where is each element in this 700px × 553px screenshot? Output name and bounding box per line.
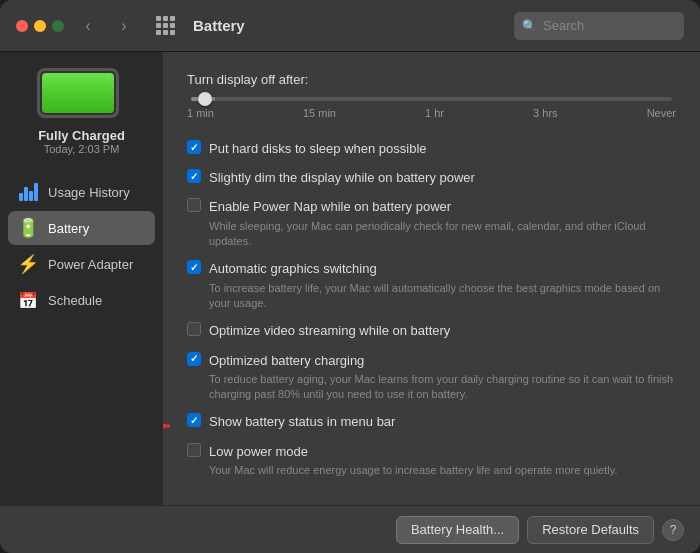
label-power-nap: Enable Power Nap while on battery power	[209, 199, 451, 214]
label-optimized-charging: Optimized battery charging	[209, 353, 364, 368]
option-auto-graphics: Automatic graphics switching To increase…	[187, 259, 676, 311]
battery-nav-icon: 🔋	[18, 218, 38, 238]
option-text-optimized-charging: Optimized battery charging To reduce bat…	[209, 351, 676, 403]
checkbox-show-battery[interactable]	[187, 413, 201, 427]
bottom-bar: Battery Health... Restore Defaults ?	[0, 505, 700, 553]
search-box[interactable]: 🔍 Search	[514, 12, 684, 40]
red-arrow-annotation	[163, 412, 180, 440]
sidebar-nav: Usage History 🔋 Battery ⚡ Power Adapter …	[0, 175, 163, 319]
sidebar: Fully Charged Today, 2:03 PM Usage Histo…	[0, 52, 163, 505]
slider-label: Turn display off after:	[187, 72, 676, 87]
desc-low-power: Your Mac will reduce energy usage to inc…	[209, 463, 676, 478]
option-text-low-power: Low power mode Your Mac will reduce ener…	[209, 442, 676, 479]
checkbox-power-nap[interactable]	[187, 198, 201, 212]
maximize-button[interactable]	[52, 20, 64, 32]
checkbox-optimized-charging[interactable]	[187, 352, 201, 366]
calendar-icon: 📅	[18, 290, 38, 310]
battery-fill	[42, 73, 114, 113]
titlebar: ‹ › Battery 🔍 Search	[0, 0, 700, 52]
right-panel: Turn display off after: 1 min 15 min 1 h…	[163, 52, 700, 505]
option-video-streaming: Optimize video streaming while on batter…	[187, 321, 676, 340]
slider-label-15min: 15 min	[303, 107, 336, 119]
sidebar-item-schedule[interactable]: 📅 Schedule	[8, 283, 155, 317]
battery-health-button[interactable]: Battery Health...	[396, 516, 519, 544]
red-arrow-svg	[163, 412, 180, 440]
desc-power-nap: While sleeping, your Mac can periodicall…	[209, 219, 676, 250]
label-hard-disks: Put hard disks to sleep when possible	[209, 141, 427, 156]
help-button[interactable]: ?	[662, 519, 684, 541]
sidebar-item-battery[interactable]: 🔋 Battery	[8, 211, 155, 245]
search-icon: 🔍	[522, 19, 537, 33]
option-text-power-nap: Enable Power Nap while on battery power …	[209, 197, 676, 249]
system-preferences-window: ‹ › Battery 🔍 Search Fully Charged Today…	[0, 0, 700, 553]
slider-container: Turn display off after: 1 min 15 min 1 h…	[187, 72, 676, 119]
close-button[interactable]	[16, 20, 28, 32]
option-hard-disks: Put hard disks to sleep when possible	[187, 139, 676, 158]
sidebar-item-usage-history[interactable]: Usage History	[8, 175, 155, 209]
schedule-label: Schedule	[48, 293, 102, 308]
checkbox-auto-graphics[interactable]	[187, 260, 201, 274]
slider-labels: 1 min 15 min 1 hr 3 hrs Never	[187, 107, 676, 119]
forward-button[interactable]: ›	[112, 14, 136, 38]
desc-auto-graphics: To increase battery life, your Mac will …	[209, 281, 676, 312]
option-low-power: Low power mode Your Mac will reduce ener…	[187, 442, 676, 479]
usage-history-label: Usage History	[48, 185, 130, 200]
desc-optimized-charging: To reduce battery aging, your Mac learns…	[209, 372, 676, 403]
slider-label-1hr: 1 hr	[425, 107, 444, 119]
minimize-button[interactable]	[34, 20, 46, 32]
option-text-auto-graphics: Automatic graphics switching To increase…	[209, 259, 676, 311]
search-placeholder: Search	[543, 18, 584, 33]
checkbox-dim-display[interactable]	[187, 169, 201, 183]
traffic-lights	[16, 20, 64, 32]
checkbox-low-power[interactable]	[187, 443, 201, 457]
battery-status-label: Fully Charged	[38, 128, 125, 143]
label-dim-display: Slightly dim the display while on batter…	[209, 170, 475, 185]
checkbox-hard-disks[interactable]	[187, 140, 201, 154]
restore-defaults-button[interactable]: Restore Defaults	[527, 516, 654, 544]
option-text-hard-disks: Put hard disks to sleep when possible	[209, 139, 676, 158]
battery-time-label: Today, 2:03 PM	[44, 143, 120, 155]
slider-thumb[interactable]	[198, 92, 212, 106]
option-text-video-streaming: Optimize video streaming while on batter…	[209, 321, 676, 340]
grid-icon[interactable]	[156, 16, 175, 35]
sidebar-item-power-adapter[interactable]: ⚡ Power Adapter	[8, 247, 155, 281]
battery-body	[37, 68, 119, 118]
slider-label-1min: 1 min	[187, 107, 214, 119]
main-content: Fully Charged Today, 2:03 PM Usage Histo…	[0, 52, 700, 505]
checkbox-video-streaming[interactable]	[187, 322, 201, 336]
lightning-icon: ⚡	[18, 254, 38, 274]
label-auto-graphics: Automatic graphics switching	[209, 261, 377, 276]
option-dim-display: Slightly dim the display while on batter…	[187, 168, 676, 187]
slider-label-never: Never	[647, 107, 676, 119]
power-adapter-label: Power Adapter	[48, 257, 133, 272]
battery-nav-label: Battery	[48, 221, 89, 236]
option-optimized-charging: Optimized battery charging To reduce bat…	[187, 351, 676, 403]
option-show-battery: Show battery status in menu bar	[187, 412, 676, 431]
window-title: Battery	[193, 17, 245, 34]
label-show-battery: Show battery status in menu bar	[209, 414, 395, 429]
option-text-dim-display: Slightly dim the display while on batter…	[209, 168, 676, 187]
back-button[interactable]: ‹	[76, 14, 100, 38]
option-power-nap: Enable Power Nap while on battery power …	[187, 197, 676, 249]
option-text-show-battery: Show battery status in menu bar	[209, 412, 676, 431]
label-low-power: Low power mode	[209, 444, 308, 459]
battery-visual	[37, 68, 127, 118]
label-video-streaming: Optimize video streaming while on batter…	[209, 323, 450, 338]
slider-label-3hrs: 3 hrs	[533, 107, 557, 119]
slider-track[interactable]	[191, 97, 672, 101]
bar-chart-icon	[18, 182, 38, 202]
